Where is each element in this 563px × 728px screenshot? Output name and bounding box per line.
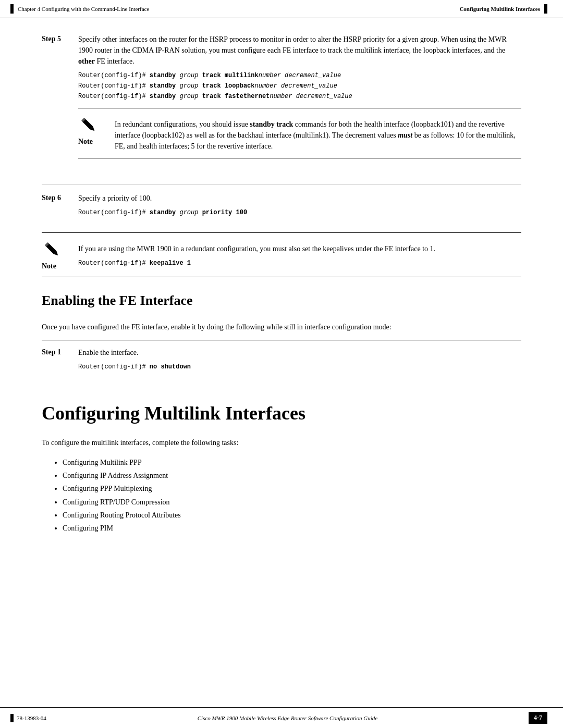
list-item: Configuring PIM	[63, 522, 521, 535]
step-5-text: Specify other interfaces on the router f…	[78, 34, 521, 67]
header-section-title: Configuring Multilink Interfaces	[459, 6, 540, 12]
fe-step-1-text: Enable the interface.	[78, 347, 521, 358]
step-5-code-1: Router(config-if)# standby group track m…	[78, 72, 521, 79]
footer-left-bar	[10, 714, 14, 722]
fe-step-1-row: Step 1 Enable the interface. Router(conf…	[42, 340, 521, 381]
footer-doc-title: Cisco MWR 1900 Mobile Wireless Edge Rout…	[198, 715, 377, 721]
list-item: Configuring Multilink PPP	[63, 456, 521, 469]
header-right: Configuring Multilink Interfaces	[459, 4, 547, 14]
pencil-icon-2	[42, 239, 63, 260]
page-header: Chapter 4 Configuring with the Command-L…	[0, 0, 563, 18]
footer-page-number: 4-7	[529, 712, 547, 724]
step-6-content: Specify a priority of 100. Router(config…	[78, 193, 521, 219]
step-6-note-label: Note	[42, 262, 56, 270]
step-6-note-code: Router(config-if)# keepalive 1	[78, 260, 521, 267]
multilink-intro: To configure the multilink interfaces, c…	[42, 437, 521, 448]
list-item: Configuring PPP Multiplexing	[63, 482, 521, 495]
footer-left: 78-13983-04	[10, 714, 46, 722]
fe-step-1-label: Step 1	[42, 347, 78, 374]
step-6-note-text: If you are using the MWR 1900 in a redun…	[78, 239, 521, 270]
step-5-code-3: Router(config-if)# standby group track f…	[78, 93, 521, 100]
step-5-code-2: Router(config-if)# standby group track l…	[78, 82, 521, 90]
step-5-content: Specify other interfaces on the router f…	[78, 34, 521, 166]
fe-step-1-content: Enable the interface. Router(config-if)#…	[78, 347, 521, 374]
list-item: Configuring IP Address Assignment	[63, 469, 521, 482]
list-item: Configuring Routing Protocol Attributes	[63, 509, 521, 522]
step-5-section: Step 5 Specify other interfaces on the r…	[42, 34, 521, 174]
fe-step-1-code: Router(config-if)# no shutdown	[78, 363, 521, 371]
page: Chapter 4 Configuring with the Command-L…	[0, 0, 563, 728]
step-6-note-icon-col: Note	[42, 239, 78, 270]
header-left: Chapter 4 Configuring with the Command-L…	[10, 4, 149, 14]
step-5-note-icon-col: Note	[78, 115, 115, 146]
header-right-bar	[544, 4, 547, 14]
fe-interface-section: Enabling the FE Interface Once you have …	[42, 293, 521, 381]
pencil-icon	[78, 115, 99, 135]
page-footer: 78-13983-04 Cisco MWR 1900 Mobile Wirele…	[0, 707, 563, 728]
step-5-note-label: Note	[78, 138, 93, 146]
step-6-code: Router(config-if)# standby group priorit…	[78, 209, 521, 216]
footer-center: Cisco MWR 1900 Mobile Wireless Edge Rout…	[198, 715, 377, 721]
fe-interface-intro: Once you have configured the FE interfac…	[42, 322, 521, 332]
step-5-label: Step 5	[42, 34, 78, 166]
multilink-bullet-list: Configuring Multilink PPP Configuring IP…	[42, 456, 521, 535]
step-5-note: Note In redundant configurations, you sh…	[78, 108, 521, 158]
list-item: Configuring RTP/UDP Compression	[63, 496, 521, 509]
step-6-note: Note If you are using the MWR 1900 in a …	[42, 232, 521, 277]
fe-step-1-section: Step 1 Enable the interface. Router(conf…	[42, 347, 521, 381]
step-5-note-text: In redundant configurations, you should …	[115, 115, 521, 152]
multilink-heading: Configuring Multilink Interfaces	[42, 402, 521, 424]
step-6-text: Specify a priority of 100.	[78, 193, 521, 204]
main-content: Step 5 Specify other interfaces on the r…	[0, 18, 563, 707]
header-left-bar	[10, 4, 14, 14]
step-6-label: Step 6	[42, 193, 78, 219]
footer-doc-number: 78-13983-04	[17, 715, 46, 721]
header-chapter-text: Chapter 4 Configuring with the Command-L…	[18, 6, 149, 12]
multilink-section: Configuring Multilink Interfaces To conf…	[42, 402, 521, 535]
step-6-section: Step 6 Specify a priority of 100. Router…	[42, 184, 521, 227]
fe-interface-heading: Enabling the FE Interface	[42, 293, 521, 311]
